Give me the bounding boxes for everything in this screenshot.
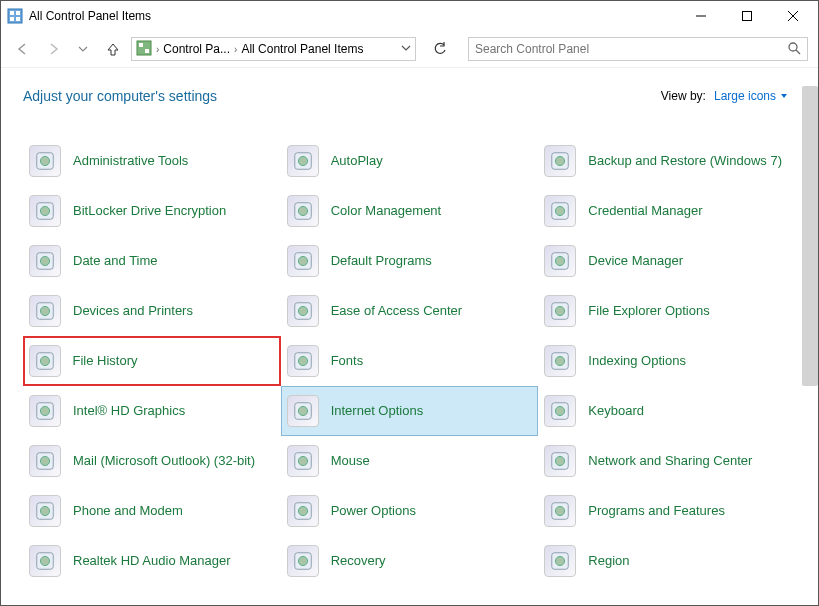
cp-item-icon [29, 295, 61, 327]
svg-point-15 [40, 156, 49, 165]
cp-item-color-management[interactable]: Color Management [281, 186, 539, 236]
cp-item-date-and-time[interactable]: Date and Time [23, 236, 281, 286]
cp-item-icon [544, 245, 576, 277]
content-area: Adjust your computer's settings View by:… [1, 67, 818, 605]
breadcrumb-1[interactable]: ›Control Pa... [156, 42, 230, 56]
items-grid: Administrative ToolsAutoPlayBackup and R… [23, 136, 796, 586]
titlebar: All Control Panel Items [1, 1, 818, 31]
cp-item-label: File Explorer Options [588, 303, 709, 319]
chevron-right-icon: › [234, 44, 237, 55]
cp-item-label: Internet Options [331, 403, 424, 419]
cp-item-network-and-sharing-center[interactable]: Network and Sharing Center [538, 436, 796, 486]
view-by: View by: Large icons [661, 89, 788, 103]
cp-item-label: Realtek HD Audio Manager [73, 553, 231, 569]
cp-item-credential-manager[interactable]: Credential Manager [538, 186, 796, 236]
cp-item-icon [287, 195, 319, 227]
svg-rect-1 [10, 11, 14, 15]
back-button[interactable] [11, 37, 35, 61]
cp-item-file-explorer-options[interactable]: File Explorer Options [538, 286, 796, 336]
svg-point-39 [40, 356, 49, 365]
svg-point-41 [298, 356, 307, 365]
cp-item-region[interactable]: Region [538, 536, 796, 586]
svg-point-17 [298, 156, 307, 165]
search-icon[interactable] [787, 41, 801, 58]
cp-item-icon [29, 145, 61, 177]
chevron-down-icon [780, 92, 788, 100]
cp-item-icon [544, 195, 576, 227]
cp-item-label: File History [73, 353, 138, 369]
cp-item-mail-microsoft-outlook-32-bit[interactable]: Mail (Microsoft Outlook) (32-bit) [23, 436, 281, 486]
cp-item-administrative-tools[interactable]: Administrative Tools [23, 136, 281, 186]
maximize-button[interactable] [724, 1, 770, 31]
svg-rect-6 [743, 12, 752, 21]
cp-item-realtek-hd-audio-manager[interactable]: Realtek HD Audio Manager [23, 536, 281, 586]
addr-dropdown-icon[interactable] [401, 42, 411, 56]
address-bar[interactable]: ›Control Pa... ›All Control Panel Items [131, 37, 416, 61]
cp-item-keyboard[interactable]: Keyboard [538, 386, 796, 436]
search-box[interactable] [468, 37, 808, 61]
cp-item-ease-of-access-center[interactable]: Ease of Access Center [281, 286, 539, 336]
page-heading: Adjust your computer's settings [23, 88, 217, 104]
cp-item-label: Date and Time [73, 253, 158, 269]
cp-item-devices-and-printers[interactable]: Devices and Printers [23, 286, 281, 336]
cp-item-device-manager[interactable]: Device Manager [538, 236, 796, 286]
cp-item-label: Network and Sharing Center [588, 453, 752, 469]
cp-item-backup-and-restore-windows-7[interactable]: Backup and Restore (Windows 7) [538, 136, 796, 186]
cp-item-mouse[interactable]: Mouse [281, 436, 539, 486]
toolbar: ›Control Pa... ›All Control Panel Items [1, 31, 818, 67]
cp-item-default-programs[interactable]: Default Programs [281, 236, 539, 286]
cp-item-icon [287, 545, 319, 577]
cp-item-icon [287, 295, 319, 327]
cp-item-label: Region [588, 553, 629, 569]
cp-item-icon [29, 545, 61, 577]
cp-item-icon [544, 545, 576, 577]
forward-button[interactable] [41, 37, 65, 61]
minimize-button[interactable] [678, 1, 724, 31]
cp-item-phone-and-modem[interactable]: Phone and Modem [23, 486, 281, 536]
cp-item-file-history[interactable]: File History [23, 336, 281, 386]
search-input[interactable] [475, 42, 787, 56]
cp-item-icon [29, 445, 61, 477]
cp-item-bitlocker-drive-encryption[interactable]: BitLocker Drive Encryption [23, 186, 281, 236]
cp-item-icon [287, 445, 319, 477]
refresh-button[interactable] [428, 37, 452, 61]
cp-item-power-options[interactable]: Power Options [281, 486, 539, 536]
scrollbar[interactable] [802, 86, 818, 386]
svg-point-23 [298, 206, 307, 215]
close-button[interactable] [770, 1, 816, 31]
svg-point-33 [40, 306, 49, 315]
svg-point-27 [40, 256, 49, 265]
svg-rect-2 [16, 11, 20, 15]
svg-rect-10 [139, 43, 143, 47]
cp-item-internet-options[interactable]: Internet Options [281, 386, 539, 436]
cp-item-label: Keyboard [588, 403, 644, 419]
cp-item-label: AutoPlay [331, 153, 383, 169]
cp-item-label: Fonts [331, 353, 364, 369]
cp-item-fonts[interactable]: Fonts [281, 336, 539, 386]
cp-item-intel-hd-graphics[interactable]: Intel® HD Graphics [23, 386, 281, 436]
cp-item-icon [29, 495, 61, 527]
breadcrumb-2[interactable]: ›All Control Panel Items [234, 42, 363, 56]
cp-item-label: Administrative Tools [73, 153, 188, 169]
svg-point-31 [556, 256, 565, 265]
svg-point-49 [556, 406, 565, 415]
cp-item-autoplay[interactable]: AutoPlay [281, 136, 539, 186]
svg-point-65 [298, 556, 307, 565]
up-button[interactable] [101, 37, 125, 61]
svg-point-55 [556, 456, 565, 465]
recent-dropdown[interactable] [71, 37, 95, 61]
svg-point-43 [556, 356, 565, 365]
cp-item-indexing-options[interactable]: Indexing Options [538, 336, 796, 386]
cp-item-label: Backup and Restore (Windows 7) [588, 153, 782, 169]
svg-rect-11 [145, 49, 149, 53]
cp-item-icon [287, 495, 319, 527]
cp-item-label: Ease of Access Center [331, 303, 463, 319]
svg-point-29 [298, 256, 307, 265]
cp-item-recovery[interactable]: Recovery [281, 536, 539, 586]
cp-item-programs-and-features[interactable]: Programs and Features [538, 486, 796, 536]
view-by-label: View by: [661, 89, 706, 103]
cp-item-icon [29, 245, 61, 277]
svg-rect-3 [10, 17, 14, 21]
svg-point-35 [298, 306, 307, 315]
view-by-dropdown[interactable]: Large icons [714, 89, 788, 103]
